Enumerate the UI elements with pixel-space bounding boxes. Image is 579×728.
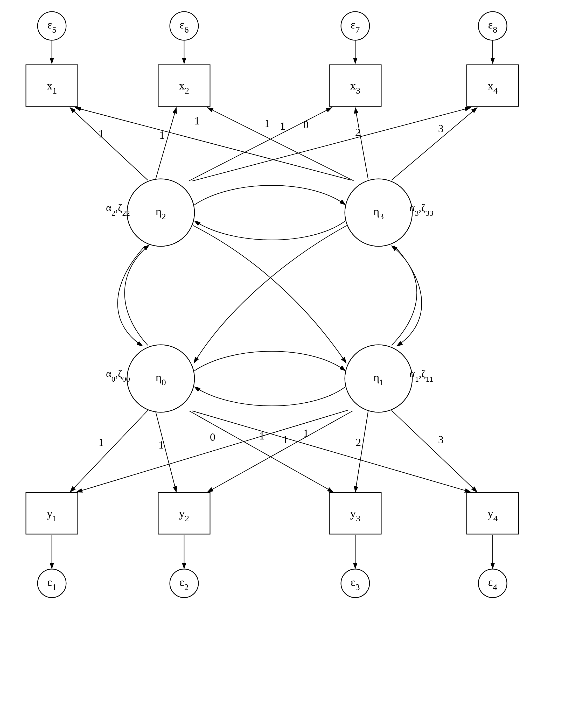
label-eta1-y4: 3 bbox=[438, 434, 444, 446]
label-eta2-x3: 1 bbox=[264, 118, 270, 129]
param-alpha0-zeta00: α0,ζ00 bbox=[106, 368, 130, 383]
arrow-eta2-x2 bbox=[156, 108, 176, 179]
label-eta3-x4: 3 bbox=[438, 123, 444, 134]
arrow-eta2-eta0 bbox=[118, 246, 145, 346]
label-eta2-x4: 0 bbox=[304, 119, 309, 131]
label-eta1-y1: 0 bbox=[210, 431, 215, 443]
label-eta0-y1: 1 bbox=[99, 436, 104, 448]
arrow-eta3-eta2 bbox=[194, 221, 345, 240]
arrow-eta0-y1 bbox=[70, 410, 148, 492]
label-eta1-y2: 1 bbox=[283, 434, 288, 446]
arrow-eta3-eta1 bbox=[394, 246, 422, 346]
arrow-eta0-y2 bbox=[156, 412, 176, 492]
param-alpha2-zeta22: α2,ζ22 bbox=[106, 202, 130, 217]
arrow-eta3-x4 bbox=[392, 108, 477, 180]
label-eta0-y2: 1 bbox=[159, 439, 164, 451]
arrow-eta1-y4 bbox=[392, 410, 477, 492]
arrow-eta3-x1 bbox=[75, 108, 351, 180]
arrow-eta2-eta3 bbox=[194, 185, 345, 205]
arrow-eta0-eta1 bbox=[194, 351, 345, 371]
label-eta3-x1: 1 bbox=[194, 115, 200, 127]
param-alpha1-zeta11: α1,ζ11 bbox=[410, 368, 433, 383]
param-alpha3-zeta33: α3,ζ33 bbox=[410, 202, 433, 217]
label-eta2-x1: 1 bbox=[99, 128, 104, 140]
arrow-eta1-y3 bbox=[355, 411, 368, 492]
label-eta0-y4: 1 bbox=[304, 427, 309, 439]
arrow-eta2-eta1 bbox=[193, 226, 346, 363]
arrow-eta3-eta0 bbox=[194, 226, 347, 363]
arrow-eta1-y1 bbox=[77, 410, 348, 492]
label-eta1-y3: 2 bbox=[356, 436, 361, 448]
arrow-eta3-x3 bbox=[355, 108, 368, 179]
arrow-eta0-eta2 bbox=[125, 245, 149, 345]
label-eta3-x2: 1 bbox=[280, 120, 286, 132]
arrow-eta1-eta0 bbox=[194, 387, 345, 406]
arrow-eta2-x1 bbox=[70, 108, 148, 180]
